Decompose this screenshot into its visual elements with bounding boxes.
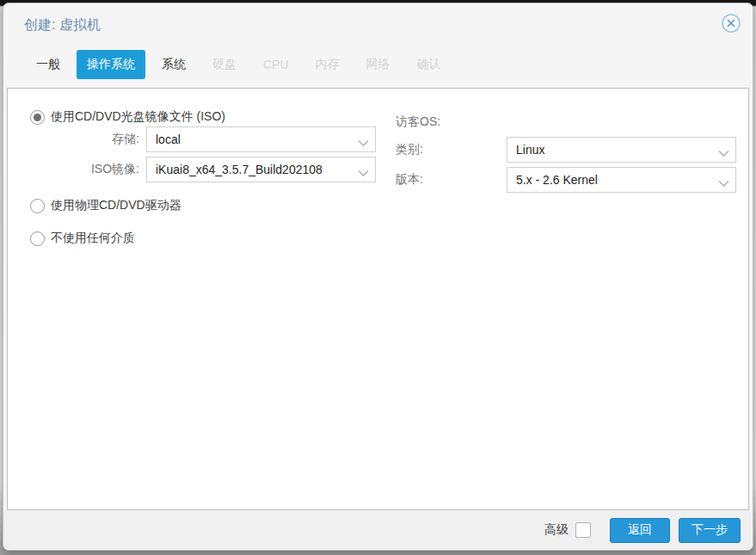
os-type-value: Linux: [516, 143, 713, 157]
storage-value: local: [156, 133, 353, 146]
close-button[interactable]: [721, 15, 741, 35]
tab-general[interactable]: 一般: [26, 50, 71, 79]
radio-unselected-icon[interactable]: [30, 231, 45, 246]
tab-system[interactable]: 系统: [151, 50, 196, 79]
guest-os-column: 访客OS: 类别: Linux 版本: 5.x - 2.6 Kernel: [383, 108, 748, 509]
radio-selected-icon[interactable]: [30, 110, 45, 125]
storage-select[interactable]: local: [146, 126, 376, 152]
os-version-value: 5.x - 2.6 Kernel: [516, 173, 713, 187]
radio-unselected-icon[interactable]: [30, 199, 45, 213]
radio-no-media[interactable]: 不使用任何介质: [30, 229, 383, 248]
tab-cpu: CPU: [253, 51, 299, 78]
back-button[interactable]: 返回: [610, 518, 670, 543]
radio-no-media-label: 不使用任何介质: [51, 231, 135, 246]
os-type-row: 类别: Linux: [396, 137, 748, 163]
radio-iso-label: 使用CD/DVD光盘镜像文件 (ISO): [51, 109, 225, 125]
chevron-down-icon: [358, 165, 369, 181]
tab-os[interactable]: 操作系统: [77, 50, 145, 79]
create-vm-dialog: 创建: 虚拟机 一般 操作系统 系统 硬盘 CPU 内存 网络 确认 使用CD/…: [3, 3, 753, 551]
os-type-select[interactable]: Linux: [507, 137, 736, 163]
radio-iso[interactable]: 使用CD/DVD光盘镜像文件 (ISO): [30, 108, 383, 126]
advanced-checkbox[interactable]: [575, 522, 591, 538]
close-icon: [721, 13, 741, 37]
radio-physical[interactable]: 使用物理CD/DVD驱动器: [30, 196, 383, 215]
tab-confirm: 确认: [407, 50, 452, 79]
iso-image-value: iKuai8_x64_3.5.7_Build202108: [156, 163, 353, 176]
iso-image-select[interactable]: iKuai8_x64_3.5.7_Build202108: [146, 157, 376, 182]
chevron-down-icon: [358, 135, 369, 151]
storage-row: 存储: local: [30, 126, 383, 152]
dialog-title: 创建: 虚拟机: [24, 16, 732, 34]
os-version-label: 版本:: [396, 172, 507, 188]
radio-physical-label: 使用物理CD/DVD驱动器: [51, 198, 181, 213]
os-tab-panel: 使用CD/DVD光盘镜像文件 (ISO) 存储: local ISO镜像: iK…: [7, 88, 749, 510]
storage-label: 存储:: [30, 132, 146, 147]
next-button[interactable]: 下一步: [679, 518, 741, 543]
os-version-row: 版本: 5.x - 2.6 Kernel: [396, 167, 748, 193]
tab-network: 网络: [356, 50, 401, 79]
iso-image-row: ISO镜像: iKuai8_x64_3.5.7_Build202108: [30, 157, 383, 182]
dialog-footer: 高级 返回 下一步: [3, 510, 753, 550]
iso-image-label: ISO镜像:: [30, 162, 146, 177]
wizard-tabs: 一般 操作系统 系统 硬盘 CPU 内存 网络 确认: [3, 46, 753, 88]
media-column: 使用CD/DVD光盘镜像文件 (ISO) 存储: local ISO镜像: iK…: [8, 108, 383, 509]
tab-memory: 内存: [305, 50, 350, 79]
chevron-down-icon: [718, 145, 729, 161]
dialog-header: 创建: 虚拟机: [3, 3, 753, 46]
os-version-select[interactable]: 5.x - 2.6 Kernel: [507, 167, 736, 193]
advanced-label[interactable]: 高级: [544, 522, 569, 538]
tab-disk: 硬盘: [202, 50, 247, 79]
guest-os-heading-row: 访客OS:: [396, 108, 748, 137]
guest-os-heading: 访客OS:: [396, 114, 440, 130]
chevron-down-icon: [718, 176, 729, 191]
os-type-label: 类别:: [396, 142, 507, 157]
